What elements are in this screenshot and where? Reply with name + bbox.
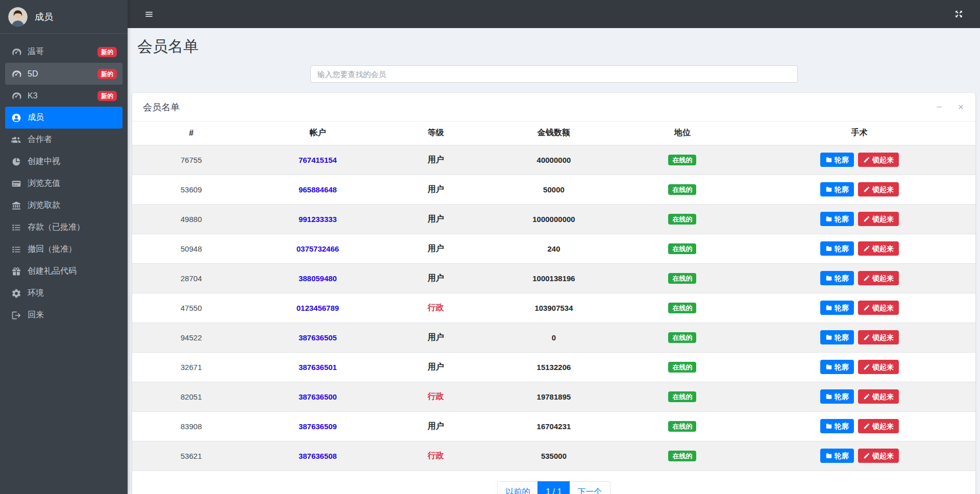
close-icon[interactable]: × xyxy=(957,101,965,113)
profile-button[interactable]: 轮廓 xyxy=(820,449,854,463)
sidebar-item-5d[interactable]: 5D新的 xyxy=(5,63,122,85)
folder-icon xyxy=(825,304,832,311)
account-link[interactable]: 767415154 xyxy=(299,156,337,164)
card-tools: − × xyxy=(936,101,965,113)
sidebar-item-settings[interactable]: 环境 xyxy=(5,282,122,304)
fullscreen-button[interactable] xyxy=(952,7,966,21)
content-area: 会员名单 会员名单 − × #帐户等级金钱数额地位手术 767557674151… xyxy=(128,28,980,494)
lock-button[interactable]: 锁起来 xyxy=(858,330,899,345)
lock-button-label: 锁起来 xyxy=(872,156,894,164)
sidebar-toggle-button[interactable] xyxy=(142,7,156,21)
status-cell: 在线的 xyxy=(621,175,744,204)
profile-button[interactable]: 轮廓 xyxy=(820,182,854,197)
lock-button[interactable]: 锁起来 xyxy=(858,419,899,434)
profile-button[interactable]: 轮廓 xyxy=(820,212,854,227)
profile-button[interactable]: 轮廓 xyxy=(820,389,854,404)
column-header: 地位 xyxy=(621,121,744,145)
lock-button[interactable]: 锁起来 xyxy=(858,271,899,286)
profile-button[interactable]: 轮廓 xyxy=(820,301,854,315)
hamburger-icon xyxy=(144,9,154,19)
lock-button[interactable]: 锁起来 xyxy=(858,301,899,315)
status-badge: 在线的 xyxy=(668,303,696,313)
lock-button[interactable]: 锁起来 xyxy=(858,241,899,256)
sidebar-item-deposits-approved[interactable]: 存款（已批准） xyxy=(5,216,122,238)
member-amount-cell: 15132206 xyxy=(486,352,621,382)
account-link[interactable]: 0123456789 xyxy=(297,304,339,312)
table-row: 83908387636509用户16704231在线的轮廓锁起来 xyxy=(132,411,975,441)
folder-icon xyxy=(825,452,832,459)
tachometer-icon xyxy=(11,46,21,57)
lock-button[interactable]: 锁起来 xyxy=(858,449,899,463)
sidebar-item-withdrawals-approved[interactable]: 撤回（批准） xyxy=(5,238,122,260)
lock-button[interactable]: 锁起来 xyxy=(858,153,899,167)
sidebar-item-logout[interactable]: 回来 xyxy=(5,304,122,326)
new-badge: 新的 xyxy=(97,91,117,101)
account-cell: 388059480 xyxy=(250,263,385,293)
minimize-icon[interactable]: − xyxy=(936,101,943,113)
lock-button[interactable]: 锁起来 xyxy=(858,212,899,227)
lock-button-label: 锁起来 xyxy=(872,333,894,342)
sidebar-item-label: 环境 xyxy=(28,288,44,299)
lock-button[interactable]: 锁起来 xyxy=(858,182,899,197)
profile-button[interactable]: 轮廓 xyxy=(820,360,854,375)
actions-cell: 轮廓锁起来 xyxy=(744,175,975,204)
pagination-current[interactable]: 1 / 1 xyxy=(537,481,570,494)
sidebar-item-wenge[interactable]: 温哥新的 xyxy=(5,41,122,63)
pagination-next[interactable]: 下一个 xyxy=(570,481,610,494)
sidebar-item-create-gift-code[interactable]: 创建礼品代码 xyxy=(5,260,122,282)
account-link[interactable]: 388059480 xyxy=(299,274,337,283)
actions-cell: 轮廓锁起来 xyxy=(744,352,975,382)
list-icon xyxy=(11,244,21,255)
account-link[interactable]: 387636509 xyxy=(299,422,337,431)
member-amount-cell: 535000 xyxy=(486,441,621,471)
account-link[interactable]: 387636501 xyxy=(299,363,337,372)
sidebar: 成员 温哥新的5D新的K3新的成员合作者创建中视浏览充值浏览取款存款（已批准）撤… xyxy=(0,0,128,494)
status-cell: 在线的 xyxy=(621,293,744,323)
pencil-icon xyxy=(863,363,870,370)
lock-button[interactable]: 锁起来 xyxy=(858,360,899,375)
sidebar-item-create-agent[interactable]: 创建中视 xyxy=(5,151,122,172)
avatar-image xyxy=(8,7,28,27)
profile-button[interactable]: 轮廓 xyxy=(820,271,854,286)
status-badge: 在线的 xyxy=(668,451,696,461)
table-row: 509480375732466用户240在线的轮廓锁起来 xyxy=(132,234,975,263)
profile-button-label: 轮廓 xyxy=(835,304,849,312)
account-link[interactable]: 387636505 xyxy=(299,333,337,342)
pagination-previous[interactable]: 以前的 xyxy=(497,481,538,494)
lock-button-label: 锁起来 xyxy=(872,215,894,224)
account-link[interactable]: 965884648 xyxy=(299,185,337,194)
actions-cell: 轮廓锁起来 xyxy=(744,263,975,293)
gear-icon xyxy=(11,288,21,299)
sidebar-item-partners[interactable]: 合作者 xyxy=(5,129,122,151)
profile-button[interactable]: 轮廓 xyxy=(820,241,854,256)
account-link[interactable]: 0375732466 xyxy=(297,244,339,253)
status-badge: 在线的 xyxy=(668,421,696,432)
lock-button[interactable]: 锁起来 xyxy=(858,389,899,404)
pie-icon xyxy=(11,156,21,167)
account-link[interactable]: 387636500 xyxy=(299,392,337,401)
profile-button[interactable]: 轮廓 xyxy=(820,153,854,167)
status-cell: 在线的 xyxy=(621,323,744,352)
tachometer-icon xyxy=(11,68,21,79)
profile-button-label: 轮廓 xyxy=(835,156,849,164)
pencil-icon xyxy=(863,245,870,252)
sidebar-item-k3[interactable]: K3新的 xyxy=(5,85,122,107)
profile-button-label: 轮廓 xyxy=(835,422,849,431)
profile-button[interactable]: 轮廓 xyxy=(820,419,854,434)
member-id-cell: 50948 xyxy=(132,234,250,263)
lock-button-label: 锁起来 xyxy=(872,244,894,253)
gift-icon xyxy=(11,266,21,277)
account-link[interactable]: 991233333 xyxy=(299,215,337,224)
sidebar-item-browse-withdrawals[interactable]: 浏览取款 xyxy=(5,194,122,216)
member-search-input[interactable] xyxy=(310,65,798,83)
sidebar-item-browse-deposits[interactable]: 浏览充值 xyxy=(5,172,122,194)
sidebar-item-members[interactable]: 成员 xyxy=(5,107,122,129)
account-link[interactable]: 387636508 xyxy=(299,452,337,460)
avatar xyxy=(8,7,28,27)
top-navbar xyxy=(128,0,980,28)
profile-button-label: 轮廓 xyxy=(835,392,849,401)
status-cell: 在线的 xyxy=(621,234,744,263)
sidebar-item-label: 浏览充值 xyxy=(28,178,60,189)
member-level-cell: 行政 xyxy=(385,293,486,323)
profile-button[interactable]: 轮廓 xyxy=(820,330,854,345)
